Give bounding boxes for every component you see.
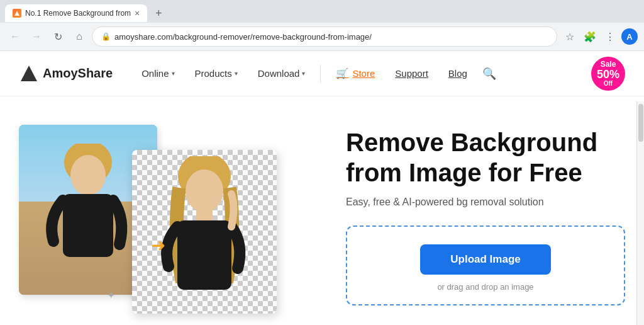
drag-drop-hint: or drag and drop an image [437, 282, 533, 292]
svg-point-6 [186, 169, 223, 212]
browser-chrome: No.1 Remove Background from × + ← → ↻ ⌂ … [0, 0, 644, 51]
toolbar-icons: ☆ 🧩 ⋮ A [561, 28, 638, 45]
tab-title: No.1 Remove Background from [25, 9, 131, 18]
upload-image-button[interactable]: Upload Image [420, 244, 550, 275]
svg-marker-1 [21, 66, 37, 81]
bookmark-icon[interactable]: ☆ [561, 28, 579, 45]
sparkle-icon-bottom: ✦ [107, 289, 115, 301]
svg-rect-4 [63, 194, 113, 257]
cart-icon: 🛒 [336, 67, 348, 79]
active-tab[interactable]: No.1 Remove Background from × [5, 4, 147, 22]
nav-divider [320, 65, 321, 83]
browser-menu-icon[interactable]: ⋮ [601, 28, 619, 45]
tab-close-btn[interactable]: × [135, 8, 140, 18]
forward-button[interactable]: → [28, 28, 45, 45]
sale-off-text: Off [604, 80, 613, 87]
nav-links: Online ▾ Products ▾ Download ▾ 🛒 Store S… [131, 65, 586, 83]
tab-favicon [13, 9, 21, 18]
nav-blog[interactable]: Blog [438, 68, 477, 79]
transform-arrow: ➜ [151, 235, 165, 256]
sale-badge[interactable]: Sale 50% Off [591, 57, 625, 91]
address-bar[interactable]: 🔒 amoyshare.com/background-remover/remov… [92, 26, 557, 47]
refresh-button[interactable]: ↻ [49, 28, 67, 45]
after-image [132, 150, 277, 314]
browser-tabs: No.1 Remove Background from × + [0, 0, 644, 23]
svg-rect-8 [177, 220, 231, 290]
logo-link[interactable]: AmoyShare [19, 64, 113, 84]
site-nav: AmoyShare Online ▾ Products ▾ Download ▾… [0, 51, 644, 96]
logo-text: AmoyShare [43, 66, 113, 81]
hero-section: ➜ ✦ ✦ [0, 96, 644, 325]
back-button[interactable]: ← [6, 28, 24, 45]
profile-button[interactable]: A [621, 28, 638, 45]
sale-percent-text: 50% [597, 69, 619, 80]
scrollbar[interactable] [636, 101, 644, 325]
address-text: amoyshare.com/background-remover/remove-… [114, 32, 548, 42]
nav-products[interactable]: Products ▾ [185, 68, 248, 79]
new-tab-btn[interactable]: + [150, 4, 167, 22]
chevron-down-icon: ▾ [172, 70, 175, 77]
logo-icon [19, 64, 39, 84]
person-silhouette-before [28, 144, 148, 295]
lock-icon: 🔒 [101, 32, 111, 41]
nav-download[interactable]: Download ▾ [248, 68, 316, 79]
scrollbar-thumb[interactable] [638, 104, 643, 142]
hero-title: Remove Background from Image for Free [346, 127, 625, 188]
svg-point-3 [70, 155, 106, 195]
hero-right: Remove Background from Image for Free Ea… [321, 127, 625, 305]
chevron-down-icon: ▾ [302, 70, 305, 77]
chevron-down-icon: ▾ [235, 70, 238, 77]
sale-top-text: Sale [601, 60, 616, 69]
nav-support[interactable]: Support [385, 68, 438, 79]
search-icon[interactable]: 🔍 [477, 67, 501, 81]
svg-marker-0 [14, 11, 19, 16]
upload-drop-zone[interactable]: Upload Image or drag and drop an image [346, 225, 625, 305]
browser-toolbar: ← → ↻ ⌂ 🔒 amoyshare.com/background-remov… [0, 23, 644, 50]
website-content: AmoyShare Online ▾ Products ▾ Download ▾… [0, 51, 644, 325]
extensions-icon[interactable]: 🧩 [581, 28, 599, 45]
nav-online[interactable]: Online ▾ [131, 68, 184, 79]
home-button[interactable]: ⌂ [70, 28, 88, 45]
hero-image-area: ➜ ✦ ✦ [19, 112, 321, 320]
hero-subtitle: Easy, free & AI-powered bg removal solut… [346, 197, 625, 208]
nav-store[interactable]: 🛒 Store [326, 67, 385, 79]
